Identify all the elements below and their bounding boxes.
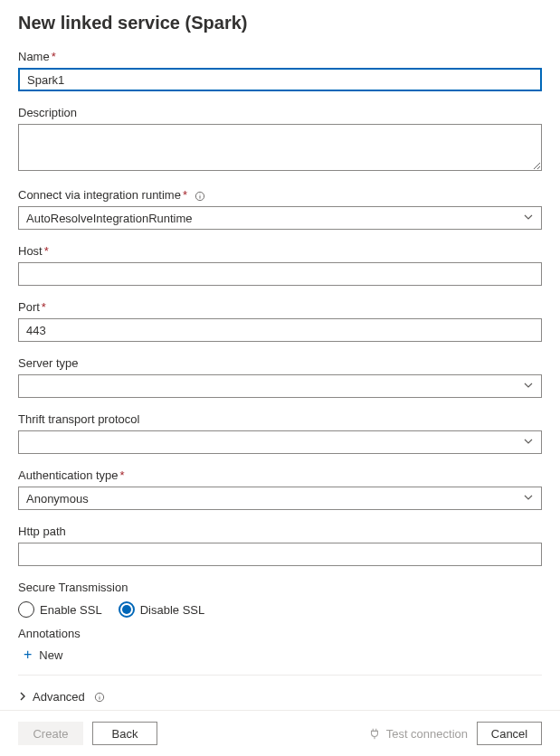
plus-icon: + xyxy=(24,647,32,662)
runtime-label-text: Connect via integration runtime xyxy=(18,188,181,202)
info-icon[interactable] xyxy=(195,191,205,202)
runtime-select-value: AutoResolveIntegrationRuntime xyxy=(26,212,193,225)
host-label-text: Host xyxy=(18,244,43,258)
annotations-label: Annotations xyxy=(18,627,542,640)
advanced-label: Advanced xyxy=(33,690,85,704)
required-marker: * xyxy=(42,300,46,314)
description-label: Description xyxy=(18,106,542,119)
radio-icon-selected xyxy=(119,601,135,618)
divider xyxy=(18,675,542,676)
plug-icon xyxy=(368,727,381,740)
svg-point-2 xyxy=(199,194,200,194)
host-input[interactable] xyxy=(18,262,542,286)
chevron-down-icon xyxy=(523,212,534,225)
caret-right-icon xyxy=(18,690,27,704)
footer: Create Back Test connection Cancel xyxy=(0,710,560,756)
port-input[interactable] xyxy=(18,318,542,342)
enable-ssl-label: Enable SSL xyxy=(40,603,102,617)
authtype-select-value: Anonymous xyxy=(26,492,89,506)
host-label: Host* xyxy=(18,244,542,258)
httppath-input[interactable] xyxy=(18,543,542,566)
port-label-text: Port xyxy=(18,300,40,314)
runtime-select[interactable]: AutoResolveIntegrationRuntime xyxy=(18,206,542,230)
page-title: New linked service (Spark) xyxy=(18,13,542,33)
name-label: Name* xyxy=(18,50,542,63)
authtype-label: Authentication type* xyxy=(18,468,542,482)
authtype-select[interactable]: Anonymous xyxy=(18,487,542,510)
port-label: Port* xyxy=(18,300,542,314)
required-marker: * xyxy=(52,50,56,63)
disable-ssl-label: Disable SSL xyxy=(140,603,205,617)
thrift-label: Thrift transport protocol xyxy=(18,412,542,426)
test-connection-label: Test connection xyxy=(386,727,468,741)
enable-ssl-radio[interactable]: Enable SSL xyxy=(18,601,102,618)
required-marker: * xyxy=(44,244,49,258)
disable-ssl-radio[interactable]: Disable SSL xyxy=(119,601,205,618)
servertype-select[interactable] xyxy=(18,374,542,398)
chevron-down-icon xyxy=(523,380,534,393)
runtime-label: Connect via integration runtime* xyxy=(18,188,542,202)
radio-icon xyxy=(18,601,34,618)
authtype-label-text: Authentication type xyxy=(18,468,119,482)
name-label-text: Name xyxy=(18,50,50,63)
cancel-button[interactable]: Cancel xyxy=(477,722,542,745)
required-marker: * xyxy=(183,188,187,202)
secure-label: Secure Transmission xyxy=(18,581,542,594)
svg-point-5 xyxy=(99,695,100,695)
thrift-select[interactable] xyxy=(18,430,542,454)
chevron-down-icon xyxy=(523,436,534,449)
info-icon[interactable] xyxy=(94,692,105,703)
description-textarea[interactable] xyxy=(18,124,542,171)
advanced-toggle[interactable]: Advanced xyxy=(18,690,105,704)
httppath-label: Http path xyxy=(18,524,542,538)
test-connection-button: Test connection xyxy=(368,727,468,741)
back-button[interactable]: Back xyxy=(92,722,157,745)
required-marker: * xyxy=(120,468,125,482)
add-annotation-button[interactable]: + New xyxy=(18,646,62,669)
chevron-down-icon xyxy=(523,492,534,506)
name-input[interactable] xyxy=(18,68,542,91)
add-annotation-text: New xyxy=(39,648,62,662)
servertype-label: Server type xyxy=(18,356,542,370)
create-button: Create xyxy=(18,722,83,745)
